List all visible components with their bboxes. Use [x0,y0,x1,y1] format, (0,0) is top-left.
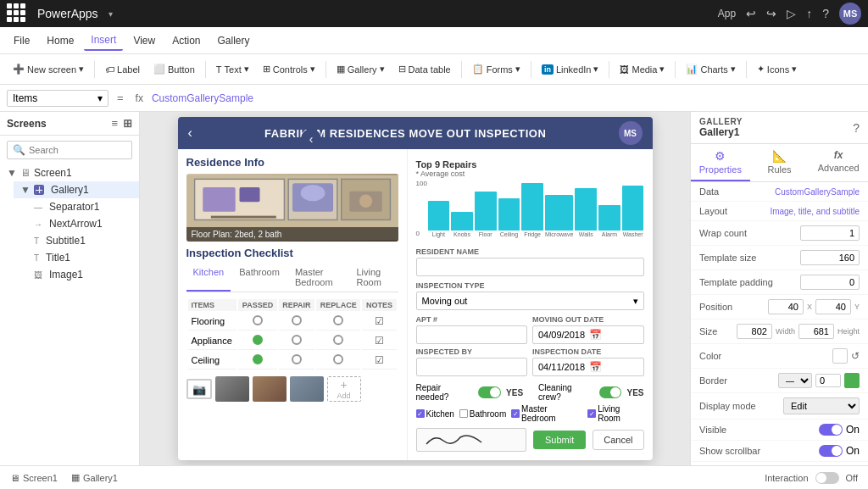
appliance-replace[interactable] [316,332,360,350]
flooring-replace[interactable] [316,313,360,331]
search-input[interactable] [29,145,126,155]
ceiling-notes[interactable]: ☑ [362,352,396,370]
room-living-room[interactable]: ✓ Living Room [587,404,643,423]
appliance-notes[interactable]: ☑ [362,332,396,350]
label-button[interactable]: 🏷 Label [99,62,146,77]
radio-flooring-repair[interactable] [292,315,302,325]
tab-master-bedroom[interactable]: Master Bedroom [288,264,348,292]
new-screen-button[interactable]: ➕ New screen ▾ [7,61,90,77]
grid-view-icon[interactable]: ⊞ [123,117,132,130]
prop-template-size-input[interactable] [800,250,860,265]
color-refresh-icon[interactable]: ↺ [851,350,860,362]
tree-item-subtitle1[interactable]: T Subtitle1 [27,232,139,249]
prop-wrap-count-input[interactable] [800,225,860,241]
signature-area[interactable] [416,428,527,452]
button-button[interactable]: ⬜ Button [147,61,201,77]
tree-item-title1[interactable]: T Title1 [27,249,139,266]
camera-icon[interactable]: 📷 [186,379,212,399]
back-arrow-btn[interactable]: ‹ [301,129,321,149]
radio-appliance-passed[interactable] [253,335,263,345]
tab-properties[interactable]: ⚙ Properties [691,144,750,181]
radio-ceiling-repair[interactable] [292,354,302,364]
text-button[interactable]: T Text ▾ [210,61,255,77]
flooring-notes-icon[interactable]: ☑ [375,315,384,327]
media-button[interactable]: 🖼 Media ▾ [614,61,670,77]
inspection-date-input[interactable]: 04/11/2018 📅 [532,358,644,376]
charts-button[interactable]: 📊 Charts ▾ [680,61,741,77]
show-scrollbar-toggle-control[interactable] [819,445,843,457]
thumb-1[interactable] [215,376,249,402]
formula-name-field[interactable]: Items ▾ [7,90,108,107]
inspected-by-input[interactable] [416,358,528,376]
prop-size-height[interactable] [798,324,834,339]
living-room-checkbox[interactable]: ✓ [587,409,596,418]
prop-data-value[interactable]: CustomGallerySample [775,187,860,197]
appliance-repair[interactable] [279,332,314,350]
moving-out-date-input[interactable]: 04/09/2018 📅 [532,325,644,344]
ceiling-repair[interactable] [279,352,314,370]
radio-flooring-replace[interactable] [333,315,343,325]
display-mode-select[interactable]: Edit View Disabled [783,397,860,414]
icons-button[interactable]: ✦ Icons ▾ [751,61,803,77]
bathroom-checkbox[interactable] [459,409,468,418]
menu-gallery[interactable]: Gallery [211,31,257,50]
cancel-button[interactable]: Cancel [593,430,643,450]
master-bedroom-checkbox[interactable]: ✓ [511,409,520,418]
radio-appliance-replace[interactable] [333,335,343,345]
prop-position-y[interactable] [815,299,851,314]
tree-item-nextarrow1[interactable]: → NextArrow1 [27,215,139,232]
play-icon[interactable]: ▷ [787,7,796,20]
share-icon[interactable]: ↑ [806,7,812,20]
visible-toggle-control[interactable] [819,424,843,436]
tree-item-image1[interactable]: 🖼 Image1 [27,266,139,283]
undo-icon[interactable]: ↩ [746,7,756,20]
room-kitchen[interactable]: ✓ Kitchen [416,409,454,419]
linkedin-button[interactable]: in LinkedIn ▾ [536,61,605,77]
status-gallery[interactable]: ▦ Gallery1 [71,472,118,483]
color-swatch[interactable] [832,348,848,364]
thumb-2[interactable] [253,376,287,402]
menu-file[interactable]: File [7,31,36,50]
tab-bathroom[interactable]: Bathroom [232,264,287,292]
repair-toggle[interactable] [478,386,501,398]
prop-layout-value[interactable]: Image, title, and subtitle [770,207,860,216]
prop-template-padding-input[interactable] [800,275,860,290]
border-width-input[interactable] [815,374,841,387]
radio-flooring-passed[interactable] [253,315,263,325]
apt-input[interactable] [416,325,528,344]
tab-kitchen[interactable]: Kitchen [186,264,231,292]
interaction-toggle-control[interactable] [815,472,839,484]
ceiling-passed[interactable] [238,352,276,370]
prop-position-x[interactable] [768,299,804,314]
waffle-icon[interactable] [7,3,27,24]
add-thumb-button[interactable]: + Add [327,376,361,402]
user-avatar[interactable]: MS [839,3,861,25]
kitchen-checkbox[interactable]: ✓ [416,409,425,418]
tree-item-screen1[interactable]: ▼ 🖥 Screen1 [0,164,139,181]
search-box[interactable]: 🔍 [7,141,132,159]
flooring-passed[interactable] [238,313,276,331]
panel-help-icon[interactable]: ? [853,121,860,135]
redo-icon[interactable]: ↪ [766,7,776,20]
tree-item-gallery1[interactable]: ▼ Gallery1 [14,181,139,198]
room-bathroom[interactable]: Bathroom [459,409,506,419]
border-style-select[interactable]: — [778,373,812,388]
room-master-bedroom[interactable]: ✓ Master Bedroom [511,404,582,423]
cleaning-toggle[interactable] [599,386,622,398]
flooring-repair[interactable] [279,313,314,331]
submit-button[interactable]: Submit [533,431,586,449]
menu-view[interactable]: View [126,31,162,50]
border-color-swatch[interactable] [844,373,860,388]
menu-action[interactable]: Action [165,31,207,50]
forms-button[interactable]: 📋 Forms ▾ [466,61,526,77]
tab-living-room[interactable]: Living Room [349,264,398,292]
ceiling-notes-icon[interactable]: ☑ [375,354,384,366]
resident-name-input[interactable] [416,258,644,276]
tree-item-separator1[interactable]: — Separator1 [27,198,139,215]
tab-rules[interactable]: 📐 Rules [750,144,810,181]
appliance-passed[interactable] [238,332,276,350]
radio-ceiling-replace[interactable] [333,354,343,364]
menu-insert[interactable]: Insert [84,31,123,51]
gallery-button[interactable]: ▦ Gallery ▾ [331,61,391,77]
help-icon[interactable]: ? [822,7,829,20]
